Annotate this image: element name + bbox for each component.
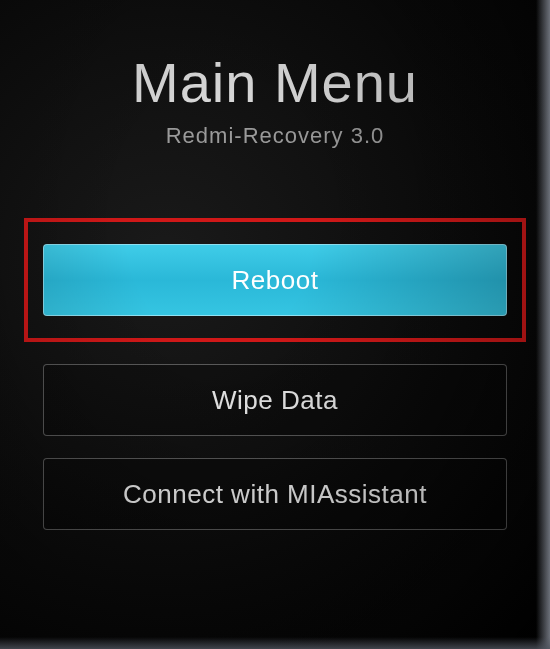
- page-subtitle: Redmi-Recovery 3.0: [166, 123, 385, 149]
- wipe-data-button[interactable]: Wipe Data: [43, 364, 507, 436]
- annotation-highlight: Reboot: [24, 218, 526, 342]
- recovery-screen: Main Menu Redmi-Recovery 3.0 Reboot Wipe…: [0, 0, 550, 649]
- main-menu: Reboot Wipe Data Connect with MIAssistan…: [25, 244, 525, 530]
- page-title: Main Menu: [132, 50, 418, 115]
- reboot-button[interactable]: Reboot: [43, 244, 507, 316]
- connect-miassistant-button[interactable]: Connect with MIAssistant: [43, 458, 507, 530]
